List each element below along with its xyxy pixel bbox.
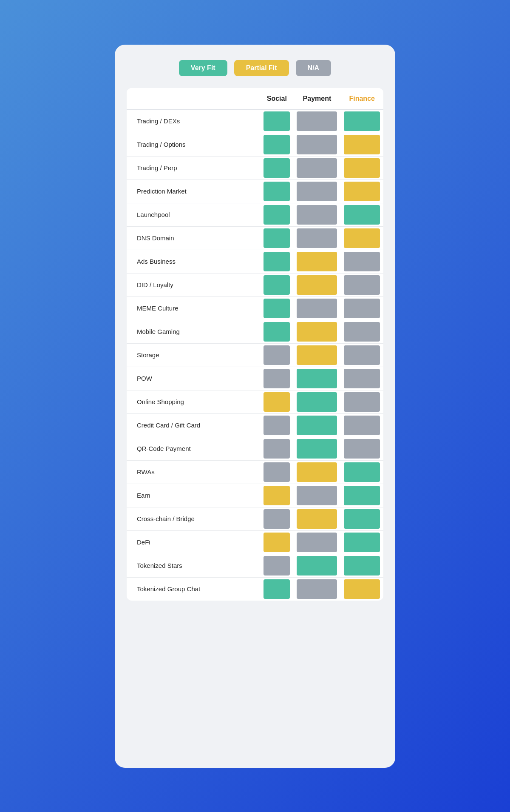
- col-header-payment: Payment: [293, 88, 340, 110]
- cell-color-finance: [344, 533, 380, 552]
- legend-partial-fit[interactable]: Partial Fit: [234, 60, 289, 76]
- cell-color-payment: [297, 252, 337, 271]
- cell-color-social: [264, 322, 290, 342]
- table-row: Trading / Perp: [127, 156, 383, 179]
- cell-finance: [340, 296, 383, 320]
- cell-color-finance: [344, 111, 380, 131]
- table-row: POW: [127, 367, 383, 390]
- cell-payment: [293, 109, 340, 133]
- cell-finance: [340, 109, 383, 133]
- cell-color-social: [264, 111, 290, 131]
- legend-na[interactable]: N/A: [296, 60, 332, 76]
- cell-payment: [293, 179, 340, 203]
- cell-social: [260, 320, 293, 343]
- cell-color-finance: [344, 322, 380, 342]
- cell-finance: [340, 273, 383, 296]
- cell-color-finance: [344, 345, 380, 365]
- cell-payment: [293, 367, 340, 390]
- cell-color-social: [264, 299, 290, 318]
- cell-color-payment: [297, 205, 337, 225]
- row-label: Storage: [127, 343, 260, 367]
- cell-finance: [340, 156, 383, 179]
- cell-color-social: [264, 462, 290, 482]
- cell-social: [260, 156, 293, 179]
- cell-color-finance: [344, 439, 380, 459]
- cell-payment: [293, 320, 340, 343]
- cell-color-finance: [344, 205, 380, 225]
- cell-finance: [340, 390, 383, 413]
- cell-color-social: [264, 509, 290, 529]
- row-label: Online Shopping: [127, 390, 260, 413]
- cell-social: [260, 250, 293, 273]
- row-label: Launchpool: [127, 203, 260, 226]
- table-row: DNS Domain: [127, 226, 383, 250]
- cell-social: [260, 507, 293, 530]
- cell-payment: [293, 437, 340, 460]
- cell-finance: [340, 343, 383, 367]
- cell-color-finance: [344, 252, 380, 271]
- cell-payment: [293, 413, 340, 437]
- cell-color-payment: [297, 486, 337, 505]
- cell-color-payment: [297, 556, 337, 576]
- cell-social: [260, 554, 293, 577]
- cell-color-payment: [297, 509, 337, 529]
- table-row: Tokenized Group Chat: [127, 577, 383, 601]
- cell-payment: [293, 507, 340, 530]
- cell-social: [260, 577, 293, 601]
- row-label: DID / Loyalty: [127, 273, 260, 296]
- cell-finance: [340, 554, 383, 577]
- table-row: Launchpool: [127, 203, 383, 226]
- cell-color-social: [264, 135, 290, 154]
- table-row: Tokenized Stars: [127, 554, 383, 577]
- row-label: POW: [127, 367, 260, 390]
- cell-color-payment: [297, 135, 337, 154]
- cell-payment: [293, 156, 340, 179]
- cell-color-finance: [344, 158, 380, 178]
- cell-social: [260, 226, 293, 250]
- table-row: QR-Code Payment: [127, 437, 383, 460]
- cell-payment: [293, 133, 340, 156]
- row-label: DeFi: [127, 530, 260, 554]
- cell-color-payment: [297, 392, 337, 412]
- cell-social: [260, 413, 293, 437]
- legend-very-fit[interactable]: Very Fit: [179, 60, 227, 76]
- cell-color-payment: [297, 345, 337, 365]
- cell-color-social: [264, 205, 290, 225]
- cell-color-finance: [344, 579, 380, 599]
- cell-payment: [293, 203, 340, 226]
- table-row: RWAs: [127, 460, 383, 484]
- cell-social: [260, 296, 293, 320]
- row-label: Earn: [127, 484, 260, 507]
- cell-social: [260, 460, 293, 484]
- table-row: Online Shopping: [127, 390, 383, 413]
- cell-payment: [293, 484, 340, 507]
- cell-finance: [340, 413, 383, 437]
- cell-social: [260, 179, 293, 203]
- table-row: Trading / DEXs: [127, 109, 383, 133]
- cell-social: [260, 390, 293, 413]
- cell-color-social: [264, 416, 290, 435]
- cell-color-finance: [344, 486, 380, 505]
- row-label: Trading / Perp: [127, 156, 260, 179]
- col-header-social: Social: [260, 88, 293, 110]
- cell-color-payment: [297, 579, 337, 599]
- cell-color-finance: [344, 275, 380, 295]
- cell-color-payment: [297, 369, 337, 388]
- cell-color-social: [264, 486, 290, 505]
- table-row: Mobile Gaming: [127, 320, 383, 343]
- cell-finance: [340, 250, 383, 273]
- cell-color-social: [264, 533, 290, 552]
- row-label: MEME Culture: [127, 296, 260, 320]
- cell-social: [260, 343, 293, 367]
- cell-payment: [293, 273, 340, 296]
- cell-payment: [293, 226, 340, 250]
- cell-color-social: [264, 345, 290, 365]
- row-label: Trading / DEXs: [127, 109, 260, 133]
- row-label: Credit Card / Gift Card: [127, 413, 260, 437]
- cell-color-social: [264, 579, 290, 599]
- cell-color-finance: [344, 556, 380, 576]
- row-label: Tokenized Group Chat: [127, 577, 260, 601]
- row-label: Prediction Market: [127, 179, 260, 203]
- table-row: Prediction Market: [127, 179, 383, 203]
- row-label: Mobile Gaming: [127, 320, 260, 343]
